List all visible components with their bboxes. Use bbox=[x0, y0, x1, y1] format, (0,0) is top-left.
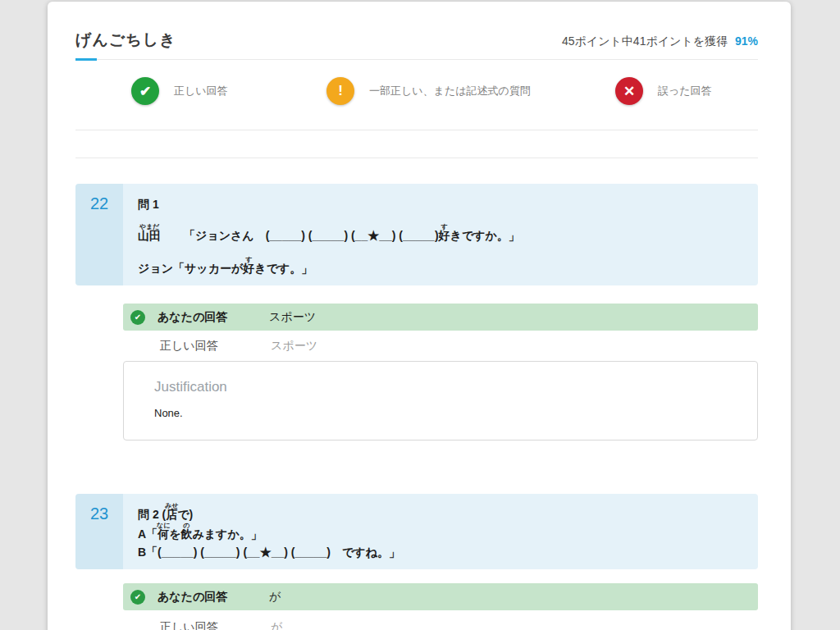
your-answer-bar: ✔ あなたの回答 スポーツ bbox=[123, 304, 758, 331]
score-summary: 45ポイント中41ポイントを獲得 91% bbox=[562, 34, 758, 49]
your-answer-label: あなたの回答 bbox=[158, 310, 269, 325]
question-line: A「なに何をの飲みますか。」 bbox=[138, 527, 742, 541]
title-underline bbox=[75, 59, 758, 60]
question-block-23: 23 問 2 (みせ店で) A「なに何をの飲みますか。」 B「(_____) (… bbox=[75, 494, 758, 569]
results-card: げんごちしき 45ポイント中41ポイントを獲得 91% ✔ 正しい回答 ! 一部… bbox=[48, 2, 791, 630]
your-answer-value: が bbox=[269, 590, 281, 605]
question-block-22: 22 問 1 やまだ山田 「ジョンさん (_____) (_____) (__★… bbox=[75, 184, 758, 285]
correct-answer-row: 正しい回答 が bbox=[123, 620, 758, 630]
section-divider bbox=[75, 158, 758, 158]
legend-item-partial: ! 一部正しい、または記述式の質問 bbox=[326, 77, 531, 105]
ruby-annotated-text: みせ店 bbox=[166, 507, 177, 522]
correct-answer-label: 正しい回答 bbox=[160, 339, 271, 354]
cross-icon: ✕ bbox=[615, 77, 643, 105]
score-text: 45ポイント中41ポイントを獲得 bbox=[562, 34, 728, 48]
justification-text: None. bbox=[154, 407, 741, 419]
question-heading: 問 1 bbox=[138, 197, 742, 212]
answer-section-22: ✔ あなたの回答 スポーツ 正しい回答 スポーツ Justification N… bbox=[123, 304, 758, 441]
correct-answer-label: 正しい回答 bbox=[160, 620, 271, 630]
ruby-annotated-text: す好 bbox=[243, 261, 254, 276]
your-answer-value: スポーツ bbox=[269, 310, 316, 325]
question-text-23: 問 2 (みせ店で) A「なに何をの飲みますか。」 B「(_____) (___… bbox=[123, 494, 758, 569]
question-line: ジョン「サッカーがす好きです。」 bbox=[138, 261, 742, 276]
check-icon: ✔ bbox=[131, 77, 159, 105]
legend-item-incorrect: ✕ 誤った回答 bbox=[615, 77, 712, 105]
your-answer-label: あなたの回答 bbox=[158, 590, 269, 605]
section-divider bbox=[75, 130, 758, 130]
question-number: 22 bbox=[75, 184, 123, 285]
check-circle-icon: ✔ bbox=[130, 310, 145, 325]
exclamation-icon: ! bbox=[326, 77, 354, 105]
question-text-22: 問 1 やまだ山田 「ジョンさん (_____) (_____) (__★__)… bbox=[123, 184, 758, 285]
answer-section-23: ✔ あなたの回答 が 正しい回答 が bbox=[123, 583, 758, 630]
ruby-annotated-text: なに何 bbox=[158, 527, 169, 541]
legend-label-partial: 一部正しい、または記述式の質問 bbox=[369, 84, 531, 98]
correct-answer-row: 正しい回答 スポーツ bbox=[123, 339, 758, 354]
legend-item-correct: ✔ 正しい回答 bbox=[131, 77, 228, 105]
ruby-annotated-text: の飲 bbox=[180, 527, 192, 541]
question-line: B「(_____) (_____) (__★__) (_____) ですね。」 bbox=[138, 545, 742, 559]
your-answer-bar: ✔ あなたの回答 が bbox=[123, 583, 758, 610]
ruby-annotated-text: やまだ山田 bbox=[138, 228, 161, 243]
correct-answer-value: スポーツ bbox=[271, 339, 317, 354]
check-circle-icon: ✔ bbox=[130, 590, 145, 605]
correct-answer-value: が bbox=[271, 620, 282, 630]
question-line: やまだ山田 「ジョンさん (_____) (_____) (__★__) (__… bbox=[138, 228, 742, 243]
question-number: 23 bbox=[75, 494, 123, 569]
legend: ✔ 正しい回答 ! 一部正しい、または記述式の質問 ✕ 誤った回答 bbox=[75, 77, 758, 105]
score-percent: 91% bbox=[735, 34, 758, 48]
legend-label-incorrect: 誤った回答 bbox=[658, 84, 712, 98]
justification-label: Justification bbox=[154, 379, 741, 395]
justification-box: Justification None. bbox=[123, 361, 758, 441]
legend-label-correct: 正しい回答 bbox=[174, 84, 228, 98]
question-heading: 問 2 (みせ店で) bbox=[138, 507, 742, 522]
ruby-annotated-text: す好 bbox=[439, 228, 450, 243]
